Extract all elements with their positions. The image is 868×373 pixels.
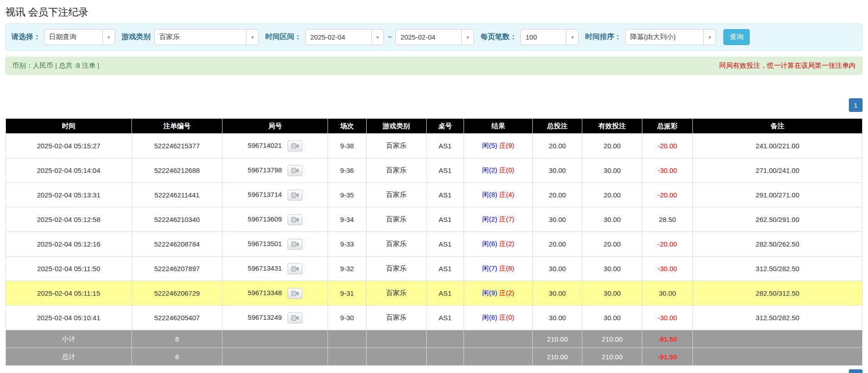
video-replay-button[interactable] (288, 165, 303, 176)
video-replay-button[interactable] (288, 313, 303, 323)
summary-notice: 同局有效投注，统一计算在该局第一张注单内 (719, 61, 856, 70)
cell-total-bet[interactable]: 30.00 (532, 257, 582, 281)
result-player: 闲(2) (482, 166, 497, 174)
date-to-input[interactable] (395, 29, 461, 45)
cell-valid-bet: 30.00 (582, 257, 642, 281)
cell-total-bet[interactable]: 30.00 (532, 281, 582, 306)
cell-time: 2025-02-04 05:11:15 (6, 281, 132, 306)
cell-result: 闲(6) 庄(2) (464, 232, 533, 257)
cell-time: 2025-02-04 05:11:50 (6, 257, 132, 281)
cell-bet-id: 522246207897 (131, 257, 222, 281)
round-id-text: 596713501 (248, 239, 282, 247)
chevron-down-icon: ▾ (466, 35, 469, 40)
round-id-text: 596713348 (248, 288, 282, 296)
cell-result: 闲(7) 庄(8) (464, 257, 533, 281)
result-player: 闲(6) (482, 240, 497, 247)
cell-round-id: 596714021 (222, 134, 328, 158)
result-player: 闲(2) (482, 215, 497, 223)
cell-total-bet[interactable]: 30.00 (532, 306, 582, 330)
game-type-label: 游戏类别 (121, 32, 151, 42)
subtotal-label: 小计 (6, 330, 132, 348)
result-banker: 庄(2) (499, 240, 514, 247)
table-row: 2025-02-04 05:11:50 522246207897 5967134… (6, 257, 863, 281)
table-row: 2025-02-04 05:13:31 522246211441 5967137… (6, 183, 863, 207)
round-id-text: 596713714 (248, 190, 282, 198)
cell-total-bet[interactable]: 20.00 (532, 232, 582, 257)
result-banker: 庄(4) (499, 191, 514, 198)
cell-valid-bet: 20.00 (582, 183, 642, 207)
result-player: 闲(9) (482, 289, 497, 297)
cell-time: 2025-02-04 05:12:16 (6, 232, 132, 257)
subtotal-valid-bet: 210.00 (582, 330, 642, 348)
sort-order-label: 时间排序： (585, 32, 621, 42)
video-icon (291, 291, 299, 298)
date-to-dropdown-button[interactable]: ▾ (461, 29, 474, 45)
video-replay-button[interactable] (288, 190, 303, 201)
cell-bet-id: 522246210340 (131, 207, 222, 232)
sort-order-dropdown-button[interactable]: ▾ (703, 29, 716, 45)
cell-total-bet[interactable]: 30.00 (532, 207, 582, 232)
cell-valid-bet: 20.00 (582, 232, 642, 257)
video-icon (291, 242, 299, 249)
result-banker: 庄(0) (499, 166, 514, 174)
video-replay-button[interactable] (288, 214, 303, 225)
cell-total-bet[interactable]: 20.00 (532, 134, 582, 158)
date-range-tilde: ~ (388, 33, 392, 41)
result-player: 闲(7) (482, 264, 497, 272)
query-type-dropdown-button[interactable]: ▾ (102, 29, 115, 45)
cell-payout: -20.00 (642, 134, 692, 158)
sort-order-input[interactable] (625, 29, 703, 45)
cell-time: 2025-02-04 05:14:04 (6, 158, 132, 183)
cell-result: 闲(9) 庄(2) (464, 281, 533, 306)
total-payout: -91.50 (642, 348, 692, 366)
cell-note: 262.50/291.00 (693, 207, 863, 232)
page-size-input[interactable] (520, 29, 566, 45)
video-icon (291, 316, 299, 323)
video-replay-button[interactable] (288, 141, 303, 151)
cell-round-id: 596713714 (222, 183, 328, 207)
col-header-time: 时间 (6, 119, 132, 134)
col-header-round-id: 局号 (222, 119, 328, 134)
game-type-input[interactable] (154, 29, 246, 45)
page-button-1[interactable]: 1 (849, 369, 863, 373)
page-size-combo: ▾ (520, 29, 579, 45)
chevron-down-icon: ▾ (107, 35, 110, 40)
total-total-bet: 210.00 (532, 348, 582, 366)
total-valid-bet: 210.00 (582, 348, 642, 366)
query-type-label: 请选择： (11, 32, 40, 42)
video-replay-button[interactable] (288, 263, 303, 274)
result-banker: 庄(0) (499, 313, 514, 321)
cell-table-no: AS1 (426, 232, 464, 257)
cell-round-id: 596713348 (222, 281, 328, 306)
video-replay-button[interactable] (288, 239, 303, 250)
date-from-input[interactable] (305, 29, 371, 45)
cell-round-id: 596713249 (222, 306, 328, 330)
col-header-note: 备注 (693, 119, 863, 134)
round-id-text: 596713431 (248, 264, 282, 272)
sort-order-combo: ▾ (625, 29, 716, 45)
cell-table-no: AS1 (426, 281, 464, 306)
date-range-label: 时间区间： (265, 32, 302, 42)
video-replay-button[interactable] (288, 288, 303, 299)
cell-payout: -30.00 (642, 306, 692, 330)
cell-table-no: AS1 (426, 306, 464, 330)
cell-total-bet[interactable]: 20.00 (532, 183, 582, 207)
table-row: 2025-02-04 05:11:15 522246206729 5967133… (6, 281, 863, 306)
game-type-dropdown-button[interactable]: ▾ (246, 29, 259, 45)
round-id-text: 596713249 (248, 313, 282, 321)
round-id-text: 596714021 (248, 141, 282, 149)
date-from-dropdown-button[interactable]: ▾ (371, 29, 384, 45)
table-row: 2025-02-04 05:15:27 522246215377 5967140… (6, 134, 863, 158)
table-header-row: 时间 注单编号 局号 场次 游戏类别 桌号 结果 总投注 有效投注 总派彩 备注 (6, 119, 863, 134)
cell-session: 9-30 (328, 306, 366, 330)
cell-time: 2025-02-04 05:10:41 (6, 306, 132, 330)
total-label: 总计 (6, 348, 132, 366)
query-type-input[interactable] (44, 29, 102, 45)
cell-bet-id: 522246206729 (131, 281, 222, 306)
search-button[interactable]: 查询 (723, 29, 750, 45)
chevron-down-icon: ▾ (376, 35, 379, 40)
page-size-dropdown-button[interactable]: ▾ (566, 29, 579, 45)
page-button-1[interactable]: 1 (849, 98, 863, 112)
cell-total-bet[interactable]: 30.00 (532, 158, 582, 183)
records-table: 时间 注单编号 局号 场次 游戏类别 桌号 结果 总投注 有效投注 总派彩 备注… (5, 118, 863, 366)
